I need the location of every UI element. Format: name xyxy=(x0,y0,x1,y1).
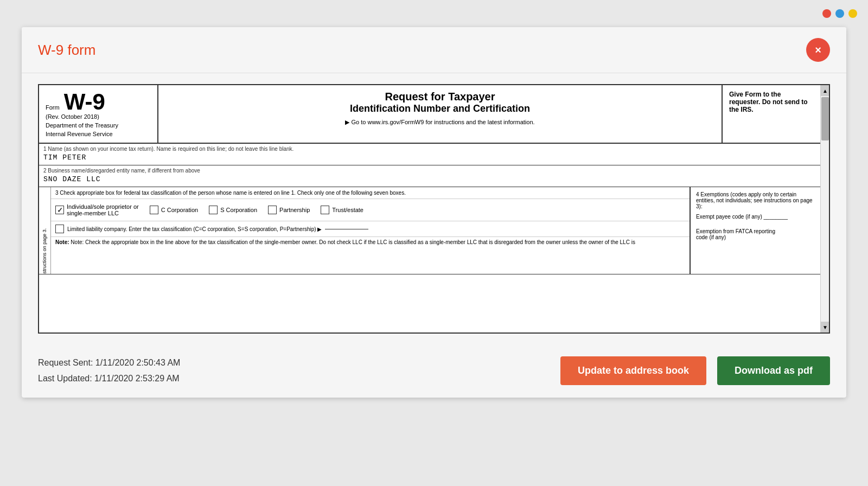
rotated-label-area: nt or type. nstructions on page 3. xyxy=(39,187,51,274)
scrollbar-down-button[interactable]: ▼ xyxy=(821,322,829,332)
checkbox-ccorp-box[interactable]: ✓ xyxy=(150,206,158,214)
rotated-text: nt or type. nstructions on page 3. xyxy=(42,222,47,274)
checkbox-scorp-label: S Corporation xyxy=(220,207,257,213)
checkbox-individual-label: Individual/sole proprietor orsingle-memb… xyxy=(67,203,139,216)
w9-form: Form W-9 (Rev. October 2018) Department … xyxy=(39,85,820,274)
request-sent-label: Request Sent: xyxy=(38,358,93,367)
note-bold: Note: xyxy=(55,239,69,245)
section-3-4: nt or type. nstructions on page 3. 3 Che… xyxy=(39,187,820,274)
checkbox-individual: ✓ Individual/sole proprietor orsingle-me… xyxy=(55,203,139,216)
exempt-payee: Exempt payee code (if any) ________ xyxy=(696,214,815,220)
checkmark-individual: ✓ xyxy=(57,206,63,214)
field-2-value: SNO DAZE LLC xyxy=(43,174,816,184)
request-sent-row: Request Sent: 1/11/2020 2:50:43 AM xyxy=(38,355,180,371)
last-updated-value: 1/11/2020 2:53:29 AM xyxy=(94,374,180,383)
form-sub-title: Identification Number and Certification xyxy=(169,103,711,114)
last-updated-row: Last Updated: 1/11/2020 2:53:29 AM xyxy=(38,371,180,387)
download-pdf-button[interactable]: Download as pdf xyxy=(717,356,830,385)
checkboxes-row: ✓ Individual/sole proprietor orsingle-me… xyxy=(51,199,690,221)
field-1-label: 1 Name (as shown on your income tax retu… xyxy=(43,146,816,152)
form-rev: (Rev. October 2018) xyxy=(46,113,151,120)
w9-dialog: W-9 form × Form W-9 (Rev. October 2018) … xyxy=(22,27,846,398)
scrollbar-up-button[interactable]: ▲ xyxy=(821,85,829,96)
form-label: Form xyxy=(46,104,60,111)
field-1-value: TIM PETER xyxy=(43,152,816,163)
footer-info: Request Sent: 1/11/2020 2:50:43 AM Last … xyxy=(38,355,180,387)
form-main-title: Request for Taxpayer xyxy=(169,91,711,103)
checkbox-individual-box[interactable]: ✓ xyxy=(55,206,64,214)
checkbox-trust-label: Trust/estate xyxy=(332,207,363,213)
checkbox-trust-box[interactable]: ✓ xyxy=(321,206,329,214)
field-1: 1 Name (as shown on your income tax retu… xyxy=(39,144,820,165)
llc-row: ✓ Limited liability company. Enter the t… xyxy=(51,221,690,237)
traffic-light-yellow[interactable] xyxy=(848,9,857,18)
field-2: 2 Business name/disregarded entity name,… xyxy=(39,165,820,187)
form-header: Form W-9 (Rev. October 2018) Department … xyxy=(39,85,820,144)
note-row: Note: Note: Check the appropriate box in… xyxy=(51,237,690,247)
traffic-lights xyxy=(822,9,857,18)
checkbox-ccorp-label: C Corporation xyxy=(161,207,198,213)
section-3-header: 3 Check appropriate box for federal tax … xyxy=(51,187,690,199)
checkbox-scorp-box[interactable]: ✓ xyxy=(209,206,218,214)
llc-input-line xyxy=(325,229,368,229)
checkbox-scorp: ✓ S Corporation xyxy=(209,206,257,214)
dialog-footer: Request Sent: 1/11/2020 2:50:43 AM Last … xyxy=(22,344,846,398)
last-updated-label: Last Updated: xyxy=(38,374,92,383)
dialog-title: W-9 form xyxy=(38,42,95,59)
form-number: W-9 xyxy=(64,91,105,113)
title-bar xyxy=(0,0,868,27)
footer-buttons: Update to address book Download as pdf xyxy=(560,356,830,385)
form-header-center: Request for Taxpayer Identification Numb… xyxy=(158,85,723,143)
scrollbar[interactable]: ▲ ▼ xyxy=(820,85,829,332)
llc-label: Limited liability company. Enter the tax… xyxy=(67,226,322,232)
form-dept1: Department of the Treasury xyxy=(46,122,151,129)
exempt-fatca: Exemption from FATCA reporting xyxy=(696,228,815,234)
traffic-light-red[interactable] xyxy=(822,9,831,18)
checkbox-ccorp: ✓ C Corporation xyxy=(150,206,198,214)
dialog-header: W-9 form × xyxy=(22,27,846,73)
close-button[interactable]: × xyxy=(806,38,830,62)
section-3-content: 3 Check appropriate box for federal tax … xyxy=(51,187,690,274)
checkbox-partnership: ✓ Partnership xyxy=(268,206,310,214)
update-address-book-button[interactable]: Update to address book xyxy=(560,356,706,385)
request-sent-value: 1/11/2020 2:50:43 AM xyxy=(95,358,181,367)
checkbox-llc-box[interactable]: ✓ xyxy=(55,225,64,233)
form-go-to: ▶ Go to www.irs.gov/FormW9 for instructi… xyxy=(169,119,711,126)
checkbox-trust: ✓ Trust/estate xyxy=(321,206,363,214)
exempt-fatca2: code (if any) xyxy=(696,234,815,240)
section-4: 4 Exemptions (codes apply only to certai… xyxy=(690,187,820,274)
traffic-light-blue[interactable] xyxy=(835,9,844,18)
checkbox-partnership-label: Partnership xyxy=(279,207,310,213)
field-2-label: 2 Business name/disregarded entity name,… xyxy=(43,168,816,174)
form-header-right: Give Form to the requester. Do not send … xyxy=(723,85,820,143)
scrollbar-thumb[interactable] xyxy=(821,97,829,140)
form-container: Form W-9 (Rev. October 2018) Department … xyxy=(38,84,830,334)
checkbox-partnership-box[interactable]: ✓ xyxy=(268,206,277,214)
note-text: Note: Check the appropriate box in the l… xyxy=(71,239,635,245)
form-dept2: Internal Revenue Service xyxy=(46,131,151,137)
form-header-left: Form W-9 (Rev. October 2018) Department … xyxy=(39,85,158,143)
section-4-title: 4 Exemptions (codes apply only to certai… xyxy=(696,191,815,209)
